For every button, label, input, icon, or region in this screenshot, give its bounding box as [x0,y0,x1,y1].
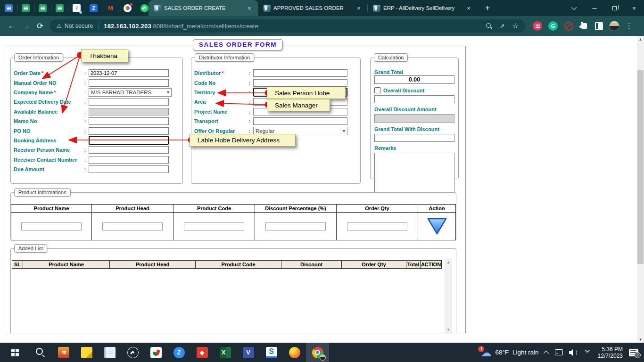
google-sheets-icon[interactable] [22,4,30,12]
share-icon[interactable]: ↗ [500,23,505,30]
field-row-transport: Transport: [194,116,360,126]
transport-input[interactable] [253,117,347,125]
overall-discount-input[interactable] [374,95,454,103]
whatsapp-glyph [127,347,139,358]
distributor-label: Distributor* [194,70,249,76]
taskbar-start-icon[interactable] [6,343,29,362]
tab-close-icon[interactable]: × [465,4,472,12]
booking-address-input[interactable] [89,136,169,145]
taskbar-sticky-notes-icon[interactable] [75,343,98,362]
profile-avatar[interactable] [609,21,619,31]
tab-approved-sales-order[interactable]: APPROVED SALES ORDER × [258,0,367,16]
reload-icon[interactable]: ⟳ [33,19,47,33]
address-bar[interactable]: ⚠ Not secure 182.163.102.203 :8088/shari… [50,19,525,33]
reader-extension-icon[interactable] [595,22,603,30]
tray-expand-icon[interactable] [544,350,549,355]
grand-total-input[interactable] [374,75,454,84]
taskbar-excel-icon[interactable]: X [214,343,237,362]
adblock-icon[interactable] [564,21,573,31]
whatsapp-icon[interactable] [140,4,149,12]
bookmark-star-icon[interactable]: ☆ [512,22,519,30]
address-divider [98,22,99,30]
scroll-up-icon[interactable]: ▲ [445,259,452,265]
grand-total-with-discount-input[interactable] [374,134,454,142]
receiver-person-name-input[interactable] [89,146,169,154]
remarks-textarea[interactable] [374,153,454,194]
pinned-separator [68,5,68,12]
page-title: SALES ORDER FORM [193,39,283,50]
tab-sales-order-create[interactable]: SALES ORDER CREATE × [149,0,258,16]
overall-discount-checkbox[interactable] [374,87,380,93]
red-lines-extension-icon[interactable] [533,21,542,31]
grammarly-icon[interactable]: G [548,21,558,31]
cast-icon[interactable] [555,349,563,355]
speaker-icon[interactable] [569,349,577,356]
taskbar-search-icon[interactable] [29,343,52,362]
page-content: SALES ORDER FORM Order Information Order… [0,36,637,343]
browser-menu-icon[interactable]: ⋮ [626,22,633,30]
code-no-input[interactable] [253,79,347,87]
taskbar-notepad-icon[interactable] [98,343,121,362]
tab-search-chevron-icon[interactable] [565,0,585,16]
tab-close-icon[interactable]: × [355,4,363,12]
taskbar-red-app-icon[interactable]: ◆ [190,343,214,362]
wifi-icon[interactable] [583,349,592,355]
memo-no-input[interactable] [89,117,169,125]
field-row-receiver-contact-number: Receiver Contact Number: [14,155,182,165]
url-path: :8088/sharif_metal/crm/sellItems/create [151,23,258,30]
taskbar-firefox-icon[interactable] [283,343,306,362]
google-docs-icon[interactable] [5,4,13,12]
taskbar-chrome-icon[interactable] [306,343,329,362]
weather-widget[interactable]: ☁1 68°F Light rain [480,348,538,357]
extensions-puzzle-icon[interactable] [579,21,589,31]
expected-delivery-date-input[interactable] [89,98,169,106]
google-sheets-icon[interactable] [56,4,64,12]
scrollbar-thumb[interactable] [637,70,644,264]
google-sheets-icon[interactable] [39,4,47,12]
taskbar-zoom-app-icon[interactable]: Z [167,343,190,362]
page-scrollbar[interactable]: ▲ ▼ [637,36,644,343]
close-button[interactable]: × [624,0,644,16]
order-qty-entry-input[interactable] [347,222,407,230]
taskbar-photo-app-icon[interactable] [144,343,167,362]
scroll-down-icon[interactable]: ▼ [637,336,644,343]
remarks-label: Remarks [374,145,454,151]
po-no-label: PO NO [14,128,84,134]
scroll-down-icon[interactable]: ▼ [445,326,452,333]
taskbar-visio-icon[interactable]: V [237,343,260,362]
product-head-entry-input[interactable] [102,222,163,230]
po-no-input[interactable] [89,127,169,135]
taskbar-whatsapp-icon[interactable] [121,343,144,362]
taskbar-s-app-icon[interactable]: S [260,343,283,362]
company-name-select[interactable]: M/S FARHAD TRADERS▾ [89,88,172,97]
distributor-input[interactable] [253,69,347,77]
forward-icon[interactable]: → [19,19,33,33]
clock[interactable]: 5:36 PM 12/7/2023 [598,346,623,359]
product-name-entry-input[interactable] [21,222,82,230]
restore-button[interactable] [604,0,624,16]
field-row-memo-no: Memo No: [14,116,182,126]
due-amount-input[interactable] [89,165,169,173]
add-product-triangle-icon[interactable] [427,217,447,235]
zoom-icon[interactable] [486,23,492,29]
tab-erp-alldelivery[interactable]: ERP - AllDelivery SellDelivery × [368,0,477,16]
scroll-up-icon[interactable]: ▲ [637,36,644,42]
gmail-icon[interactable]: M [107,4,115,12]
product-code-entry-input[interactable] [184,222,244,230]
taskbar-avro-icon[interactable]: অ [52,343,75,362]
discount-percentage-entry-input[interactable] [265,222,326,230]
system-tray: ☁1 68°F Light rain 5:36 PM 12/7/2023 2 [480,346,644,359]
z-app-icon[interactable]: Z [90,4,98,12]
google-calendar-icon[interactable]: 7 [73,4,81,12]
back-icon[interactable]: ← [5,19,19,33]
tab-close-icon[interactable]: × [246,4,253,12]
added-list-scrollbar[interactable]: ▲ ▼ [445,259,452,333]
order-date-input[interactable] [89,69,169,77]
receiver-contact-number-input[interactable] [89,156,169,164]
new-tab-button[interactable]: + [481,1,494,15]
minimize-button[interactable]: ─ [585,0,604,16]
notification-center-icon[interactable]: 2 [629,349,638,356]
color-app-icon[interactable] [124,4,132,12]
manual-order-no-input[interactable] [89,79,169,87]
field-row-po-no: PO NO: [14,126,182,135]
